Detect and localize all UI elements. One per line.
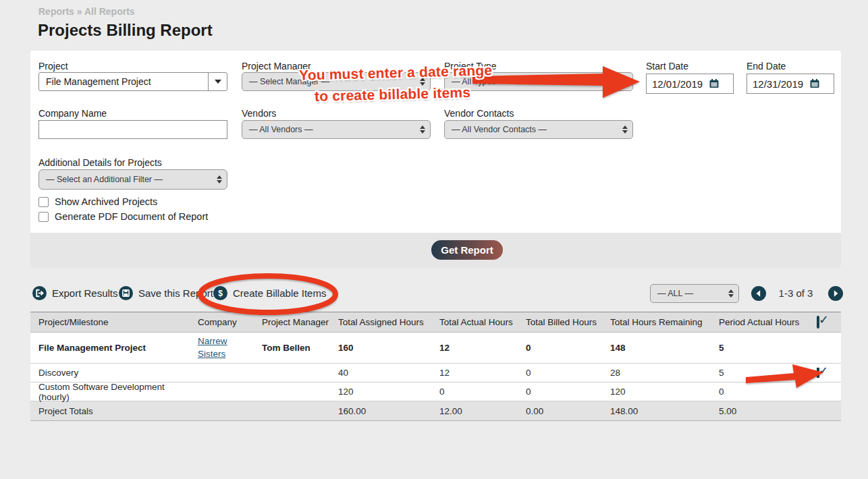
updown-arrows-icon [618,78,632,86]
company-name-label: Company Name [38,108,107,119]
additional-details-select-value: — Select an Additional Filter — [39,175,212,184]
project-type-label: Project Type [444,61,497,72]
col-header-total-hours-remaining: Total Hours Remaining [610,317,719,327]
cell-remaining-hours: 148 [610,343,719,353]
get-report-button[interactable]: Get Report [431,240,503,260]
col-header-total-actual-hours: Total Actual Hours [439,317,526,327]
project-label: Project [38,61,68,72]
save-report-label: Save this Report [138,287,213,299]
updown-arrows-icon [212,175,227,184]
calendar-icon[interactable] [809,78,820,89]
cell-period-hours: 5 [719,368,817,378]
project-manager-select[interactable]: — Select Manager — [242,72,431,91]
col-header-total-assigned-hours: Total Assigned Hours [338,317,439,327]
generate-pdf-label: Generate PDF Document of Report [55,211,208,222]
updown-arrows-icon [415,78,430,86]
company-link[interactable]: Narrew Sisters [198,335,238,360]
cell-billed-hours: 0 [526,343,610,353]
col-header-period-actual-hours: Period Actual Hours [719,317,817,327]
totals-row: Project Totals 160.00 12.00 0.00 148.00 … [30,401,841,421]
updown-arrows-icon [724,289,738,298]
page-title: Projects Billing Report [38,21,213,40]
project-select[interactable]: File Management Project [38,72,227,91]
table-header-row: Project/Milestone Company Project Manage… [30,312,841,333]
totals-assigned-hours: 160.00 [338,406,439,416]
col-header-project-manager: Project Manager [262,317,338,327]
cell-actual-hours: 12 [439,343,526,353]
cell-billed-hours: 0 [526,387,610,397]
table-row: File Management Project Narrew Sisters T… [30,333,841,364]
cell-assigned-hours: 160 [338,343,439,353]
start-date-field [646,74,734,94]
cell-period-hours: 0 [719,387,817,397]
page-size-select-value: — ALL — [651,289,724,298]
cell-project-name: File Management Project [30,343,198,353]
vendor-contacts-select-value: — All Vendor Contacts — [445,125,618,134]
project-manager-label: Project Manager [242,61,311,72]
totals-remaining-hours: 148.00 [610,406,719,416]
create-billable-items-button[interactable]: $ Create Billable Items [213,286,326,300]
cell-period-hours: 5 [719,343,817,353]
company-name-input[interactable] [38,120,227,139]
show-archived-checkbox[interactable] [38,197,49,207]
show-archived-label: Show Archived Projects [55,196,157,207]
table-row: Discovery 40 12 0 28 5 [30,364,841,383]
save-report-button[interactable]: Save this Report [119,286,213,300]
totals-billed-hours: 0.00 [526,406,610,416]
show-archived-row: Show Archived Projects [38,196,157,207]
export-icon [32,286,47,300]
cell-remaining-hours: 28 [610,368,719,378]
filter-panel: Project File Management Project Project … [30,51,841,268]
calendar-icon[interactable] [709,78,720,89]
project-type-select[interactable]: — All Types — [444,72,633,91]
cell-remaining-hours: 120 [610,387,719,397]
end-date-label: End Date [747,61,786,72]
generate-pdf-checkbox[interactable] [38,212,49,222]
start-date-input[interactable] [647,78,709,90]
project-type-select-value: — All Types — [445,77,618,86]
additional-details-label: Additional Details for Projects [38,157,162,168]
export-results-label: Export Results [52,287,118,299]
dollar-icon: $ [213,286,227,300]
cell-milestone-name: Discovery [30,368,198,378]
cell-milestone-name: Custom Software Development (hourly) [30,382,198,402]
col-header-project-milestone: Project/Milestone [30,317,198,327]
start-date-label: Start Date [646,61,688,72]
page-size-select[interactable]: — ALL — [650,284,739,303]
project-select-value: File Management Project [39,76,208,87]
col-header-company: Company [198,317,262,327]
report-table: Project/Milestone Company Project Manage… [30,312,841,421]
end-date-field [747,74,834,94]
totals-label: Project Totals [30,406,198,416]
row-select-checkbox[interactable] [817,368,819,378]
end-date-input[interactable] [747,78,809,90]
cell-manager: Tom Bellen [262,343,338,353]
col-header-total-billed-hours: Total Billed Hours [526,317,610,327]
export-results-button[interactable]: Export Results [32,286,118,300]
additional-details-select[interactable]: — Select an Additional Filter — [38,169,227,190]
cell-assigned-hours: 120 [338,387,439,397]
totals-actual-hours: 12.00 [439,406,526,416]
updown-arrows-icon [415,125,430,134]
chevron-down-icon [208,73,227,90]
cell-assigned-hours: 40 [338,368,439,378]
create-billable-items-label: Create Billable Items [233,287,326,299]
vendor-contacts-label: Vendor Contacts [444,108,514,119]
save-icon [119,286,133,300]
updown-arrows-icon [618,125,632,134]
table-row: Custom Software Development (hourly) 120… [30,383,841,401]
cell-billed-hours: 0 [526,368,610,378]
vendor-contacts-select[interactable]: — All Vendor Contacts — [444,120,633,139]
select-all-checkbox[interactable] [817,316,819,329]
svg-text:$: $ [218,289,223,298]
vendors-label: Vendors [242,108,276,119]
next-page-button[interactable] [828,286,843,301]
vendors-select-value: — All Vendors — [242,125,415,134]
vendors-select[interactable]: — All Vendors — [242,120,431,139]
cell-actual-hours: 0 [439,387,526,397]
cell-actual-hours: 12 [439,368,526,378]
breadcrumb[interactable]: Reports » All Reports [38,6,135,17]
generate-pdf-row: Generate PDF Document of Report [38,211,208,222]
totals-period-hours: 5.00 [719,406,817,416]
previous-page-button[interactable] [751,286,766,301]
